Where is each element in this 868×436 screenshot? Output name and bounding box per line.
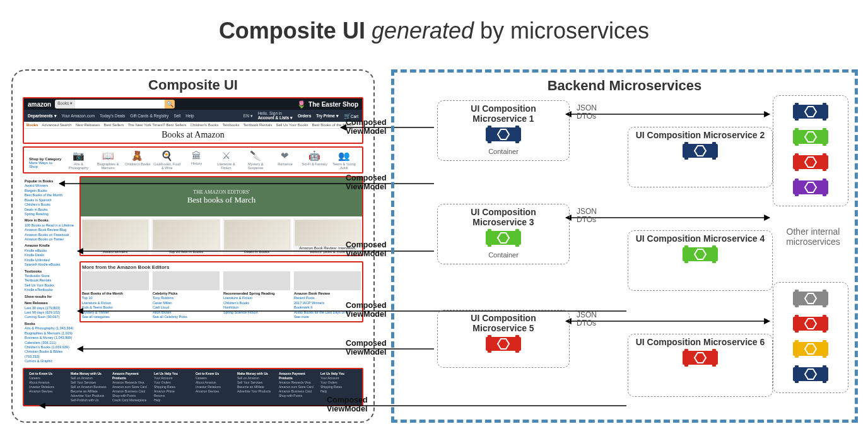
sidebar-link[interactable]: Award Winners — [25, 184, 75, 188]
footer-link[interactable]: Your Orders — [320, 380, 357, 385]
footer-link[interactable]: Shop with Points — [112, 394, 149, 398]
sidebar-link[interactable]: Biographies & Memoirs (1,019) — [25, 331, 75, 336]
footer-link[interactable]: Careers — [29, 376, 66, 380]
category-item[interactable]: 👥Teens & Young Adult — [330, 150, 358, 170]
footer-link[interactable]: Amazon Rewards Visa — [279, 380, 315, 385]
nav-item[interactable]: Gift Cards & Registry — [130, 114, 168, 118]
nav-item[interactable]: Help — [185, 114, 194, 118]
footer-link[interactable]: Your Account — [154, 376, 191, 380]
footer-link[interactable]: Your Orders — [154, 380, 191, 385]
nav-tryprime[interactable]: Try Prime ▾ — [316, 114, 338, 119]
subnav-link[interactable]: Children's Books — [191, 123, 219, 127]
category-item[interactable]: 🔪Mystery & Suspense — [242, 150, 270, 170]
search-category[interactable]: Books ▾ — [55, 100, 75, 109]
editor-link[interactable]: Children's Books — [223, 301, 290, 305]
subnav-link[interactable]: Textbook Rentals — [243, 123, 272, 127]
sidebar-link[interactable]: Books in Spanish — [25, 198, 75, 203]
footer-link[interactable]: Amazon Prime — [154, 389, 191, 394]
category-item[interactable]: 📷Arts & Photography — [64, 150, 93, 170]
footer-link[interactable]: Your Account — [320, 376, 357, 380]
editor-link[interactable]: Cesar Millan — [153, 301, 220, 305]
sidebar-link[interactable]: Calendars (306,111) — [25, 341, 75, 345]
sidebar-link[interactable]: Arts & Photography (1,043,364) — [25, 326, 75, 331]
footer-link[interactable]: Sell Your Services — [71, 380, 107, 385]
footer-link[interactable]: Amazon Business Card — [112, 389, 149, 394]
subnav-link[interactable]: Books — [26, 123, 38, 127]
sidebar-link[interactable]: Last 90 days (629,102) — [25, 310, 75, 315]
footer-link[interactable]: Sell on Amazon — [71, 376, 107, 380]
editor-link[interactable]: Top 10 — [82, 296, 149, 300]
footer-link[interactable]: Credit Card Marketplace — [112, 398, 149, 403]
best-books-banner[interactable]: THE AMAZON EDITORS' Best books of March — [81, 177, 362, 216]
sidebar-link[interactable]: Business & Money (1,043,869) — [25, 336, 75, 340]
sidebar-link[interactable]: Spring Reading — [25, 212, 75, 216]
nav-departments[interactable]: Departments ▾ — [28, 114, 57, 119]
amazon-logo[interactable]: amazon — [28, 101, 51, 108]
nav-item[interactable]: Sell — [173, 114, 180, 118]
subnav-link[interactable]: Textbooks — [222, 123, 239, 127]
subnav-link[interactable]: Best Sellers — [103, 123, 124, 127]
search-bar[interactable]: Books ▾ 🔍 — [55, 100, 175, 109]
sidebar-link[interactable]: Amazon Books on Twitter — [25, 237, 75, 242]
footer-link[interactable]: Self-Publish with Us — [71, 398, 107, 403]
footer-link[interactable]: Amazon Devices — [196, 389, 232, 394]
footer-link[interactable]: Become an Affiliate — [237, 385, 274, 389]
sidebar-link[interactable]: 100 Books to Read in a Lifetime — [25, 223, 75, 228]
nav-item[interactable]: Your Amazon.com — [62, 114, 95, 118]
sidebar-link[interactable]: Spanish Kindle eBooks — [25, 262, 75, 267]
sidebar-link[interactable]: Best Books of the Month — [25, 193, 75, 197]
editor-link[interactable]: Literature & Fiction — [223, 296, 290, 300]
sidebar-link[interactable]: Comics & Graphic — [25, 359, 75, 363]
sidebar-link[interactable]: Children's Books (1,019,639) — [25, 345, 75, 350]
editor-link[interactable]: Mystery & Thriller — [82, 310, 149, 315]
category-item[interactable]: ❤Romance — [271, 150, 300, 170]
category-item[interactable]: 🧸Children's Books — [124, 150, 152, 170]
category-item[interactable]: 🏛History — [182, 150, 211, 170]
editor-link[interactable]: Spring Science Fiction — [223, 310, 290, 315]
footer-link[interactable]: Shipping Rates — [154, 385, 191, 389]
sidebar-link[interactable]: Last 30 days (179,803) — [25, 306, 75, 310]
nav-orders[interactable]: Orders — [298, 114, 311, 118]
sidebar-link[interactable]: Kindle eTextbooks — [25, 288, 75, 292]
editor-link[interactable]: Literature & Fiction — [82, 301, 149, 305]
footer-link[interactable]: Sell on Amazon — [237, 376, 274, 380]
search-button[interactable]: 🔍 — [165, 100, 175, 109]
footer-link[interactable]: Amazon.com Store Card — [279, 385, 315, 389]
editor-link[interactable]: See all Celebrity Picks — [153, 315, 220, 319]
editor-link[interactable]: Nonfiction — [223, 305, 290, 310]
shopby-more[interactable]: More Ways to Shop — [29, 161, 62, 168]
editor-link[interactable]: Alton Brown — [153, 310, 220, 315]
footer-link[interactable]: Investor Relations — [29, 385, 66, 389]
footer-link[interactable]: Help — [154, 398, 191, 403]
sidebar-link[interactable]: Coming Soon (90,067) — [25, 315, 75, 319]
editor-link[interactable]: See all categories — [82, 315, 149, 319]
category-item[interactable]: ⚔Literature & Fiction — [212, 150, 240, 170]
sidebar-link[interactable]: Deals in Books — [25, 208, 75, 212]
footer-link[interactable]: About Amazon — [29, 380, 66, 385]
footer-link[interactable]: Advertise Your Products — [237, 389, 274, 394]
subnav-link[interactable]: New Releases — [76, 123, 100, 127]
sidebar-link[interactable]: Textbooks Store — [25, 274, 75, 278]
promo-tile[interactable]: Deals in Books — [223, 218, 291, 255]
nav-account[interactable]: Account & Lists ▾ — [258, 115, 293, 120]
nav-item[interactable]: Today's Deals — [100, 114, 125, 118]
editor-link[interactable]: Recent Posts — [294, 296, 361, 300]
sidebar-link[interactable]: Sell Us Your Books — [25, 283, 75, 288]
footer-link[interactable]: Amazon.com Store Card — [112, 385, 149, 389]
category-item[interactable]: 🍳Cookbooks, Food & Wine — [153, 150, 181, 170]
subnav-link[interactable]: Sell Us Your Books — [276, 123, 308, 127]
footer-link[interactable]: Amazon Rewards Visa — [112, 380, 149, 385]
promo-tile[interactable]: Top 20 lists in Books — [151, 218, 220, 255]
footer-link[interactable]: Returns — [154, 394, 191, 398]
sidebar-link[interactable]: Amazon Books on Facebook — [25, 233, 75, 237]
footer-link[interactable]: Sell Your Services — [237, 380, 274, 385]
footer-link[interactable]: Shipping Rates — [320, 385, 357, 389]
sidebar-link[interactable]: Bargain Books — [25, 189, 75, 193]
promo-tile[interactable]: Award winners — [81, 218, 150, 255]
sidebar-link[interactable]: Christian Books & Bibles (793,293) — [25, 350, 75, 359]
category-item[interactable]: 🤖Sci-Fi & Fantasy — [300, 150, 329, 170]
sidebar-link[interactable]: Amazon Book Review Blog — [25, 228, 75, 232]
subnav-link[interactable]: The New York Times® Best Sellers — [127, 123, 186, 127]
sidebar-link[interactable]: Textbook Rentals — [25, 278, 75, 283]
subnav-link[interactable]: Advanced Search — [42, 123, 71, 127]
